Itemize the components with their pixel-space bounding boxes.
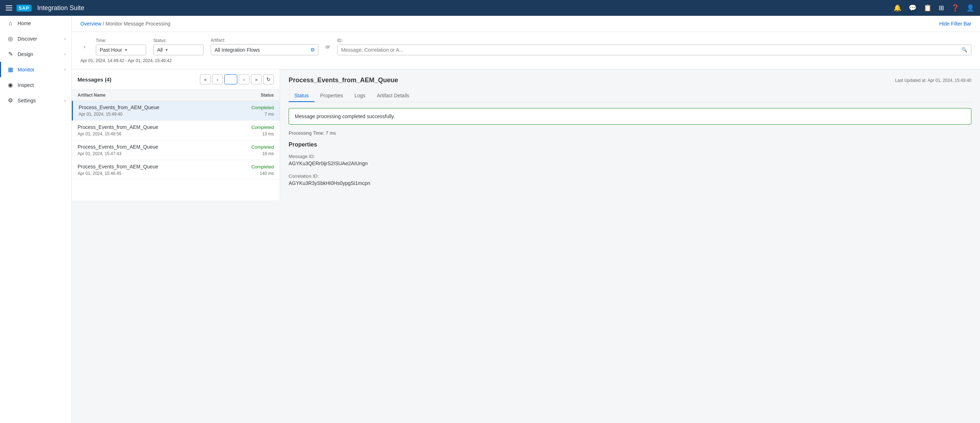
copy-icon[interactable]: ⧉ <box>311 47 315 53</box>
msg-row-top: Process_Events_from_AEM_Queue Completed <box>78 164 274 170</box>
msg-status: Completed <box>251 125 274 130</box>
next-page-button[interactable]: › <box>239 74 250 84</box>
id-search-button[interactable]: 🔍 <box>958 45 971 54</box>
msg-row-top: Process_Events_from_AEM_Queue Completed <box>78 144 274 150</box>
correlation-id-label: Correlation ID: <box>289 173 971 179</box>
table-row[interactable]: Process_Events_from_AEM_Queue Completed … <box>72 121 280 140</box>
artifact-filter-group: Artifact: All Integration Flows ⧉ <box>211 38 318 55</box>
prev-page-button[interactable]: ‹ <box>212 74 223 84</box>
msg-artifact-name: Process_Events_from_AEM_Queue <box>79 105 159 110</box>
content-area: Messages (4) « ‹ 1 › » ↻ Artifact Name S… <box>72 69 980 200</box>
artifact-filter-select[interactable]: All Integration Flows ⧉ <box>211 44 318 55</box>
processing-time-value: 7 ms <box>326 130 336 136</box>
id-input-wrap: 🔍 <box>337 45 971 55</box>
messages-panel: Messages (4) « ‹ 1 › » ↻ Artifact Name S… <box>72 69 280 200</box>
tab-artifact-details[interactable]: Artifact Details <box>371 90 415 102</box>
user-icon[interactable]: 👤 <box>966 4 974 12</box>
msg-duration: 18 ms <box>262 151 274 156</box>
artifact-filter-value: All Integration Flows <box>215 47 260 53</box>
breadcrumb-current: Monitor Message Processing <box>105 21 170 27</box>
breadcrumb: Overview / Monitor Message Processing <box>80 21 170 27</box>
message-id-value: AGYKu3QERr0ijrS2ISUAe2AIUngn <box>289 161 971 166</box>
msg-status: Completed <box>251 144 274 150</box>
id-search-input[interactable] <box>337 45 958 55</box>
settings-icon: ⚙ <box>7 97 14 104</box>
expand-filter-button[interactable]: › <box>80 41 89 53</box>
breadcrumb-separator: / <box>103 21 105 27</box>
clipboard-icon[interactable]: 📋 <box>924 4 932 12</box>
sidebar-item-monitor[interactable]: ▦ Monitor › <box>0 62 72 77</box>
tab-status[interactable]: Status <box>289 90 315 102</box>
sidebar-item-home[interactable]: ⌂ Home <box>0 16 72 31</box>
sidebar-item-settings[interactable]: ⚙ Settings › <box>0 93 72 108</box>
detail-tabs: Status Properties Logs Artifact Details <box>289 90 971 102</box>
col-status: Status <box>261 93 274 98</box>
inspect-icon: ◉ <box>7 81 14 88</box>
time-filter-select[interactable]: Past Hour ▾ <box>96 45 146 55</box>
filter-row: › Time: Past Hour ▾ Status: All ▾ <box>80 38 971 55</box>
top-nav-icons: 🔔 💬 📋 ⊞ ❓ 👤 <box>894 4 974 12</box>
last-page-button[interactable]: » <box>251 74 262 84</box>
id-filter-label: ID: <box>337 38 971 43</box>
table-row[interactable]: Process_Events_from_AEM_Queue Completed … <box>72 101 280 121</box>
chevron-right-icon: › <box>64 98 66 103</box>
breadcrumb-bar: Overview / Monitor Message Processing Hi… <box>72 16 980 32</box>
main-content: Overview / Monitor Message Processing Hi… <box>72 16 980 423</box>
sidebar-monitor-label: Monitor <box>18 67 60 73</box>
msg-artifact-name: Process_Events_from_AEM_Queue <box>78 124 158 130</box>
chat-icon[interactable]: 💬 <box>908 4 916 12</box>
breadcrumb-overview-link[interactable]: Overview <box>80 21 101 27</box>
messages-header: Messages (4) « ‹ 1 › » ↻ <box>72 69 280 90</box>
home-icon: ⌂ <box>7 20 14 27</box>
table-row[interactable]: Process_Events_from_AEM_Queue Completed … <box>72 160 280 180</box>
msg-row-bottom: Apr 01, 2024, 15:46:45 140 ms <box>78 171 274 176</box>
correlation-id-row: Correlation ID: AGYKu3R3ySbkHI0Hs0ypgSi1… <box>289 173 971 186</box>
msg-row-top: Process_Events_from_AEM_Queue Completed <box>79 105 274 110</box>
refresh-button[interactable]: ↻ <box>263 74 274 84</box>
grid-icon[interactable]: ⊞ <box>939 4 944 12</box>
top-nav: SAP Integration Suite 🔔 💬 📋 ⊞ ❓ 👤 <box>0 0 980 16</box>
sidebar-item-discover[interactable]: ◎ Discover › <box>0 31 72 46</box>
msg-status: Completed <box>251 164 274 170</box>
status-filter-group: Status: All ▾ <box>153 38 204 55</box>
app-title: Integration Suite <box>37 4 84 12</box>
msg-row-bottom: Apr 01, 2024, 15:47:43 18 ms <box>78 151 274 156</box>
sidebar-inspect-label: Inspect <box>18 82 66 88</box>
time-filter-value: Past Hour <box>100 47 122 53</box>
chevron-right-icon: › <box>64 67 66 72</box>
message-id-label: Message ID: <box>289 154 971 159</box>
processing-time: Processing Time: 7 ms <box>289 130 971 136</box>
msg-duration: 7 ms <box>264 112 274 117</box>
msg-date: Apr 01, 2024, 15:48:56 <box>78 131 121 137</box>
sidebar-home-label: Home <box>18 21 66 26</box>
chevron-down-icon: ▾ <box>125 48 127 52</box>
page-input[interactable]: 1 <box>224 74 237 84</box>
col-artifact-name: Artifact Name <box>78 93 105 98</box>
msg-duration: 13 ms <box>262 131 274 137</box>
hide-filter-button[interactable]: Hide Filter Bar <box>939 21 971 27</box>
msg-artifact-name: Process_Events_from_AEM_Queue <box>78 164 158 170</box>
hamburger-menu[interactable] <box>6 5 12 10</box>
bell-icon[interactable]: 🔔 <box>894 4 901 12</box>
sap-logo: SAP <box>16 5 32 11</box>
help-icon[interactable]: ❓ <box>951 4 959 12</box>
detail-title: Process_Events_from_AEM_Queue <box>289 76 398 84</box>
sidebar-item-inspect[interactable]: ◉ Inspect <box>0 77 72 93</box>
tab-logs[interactable]: Logs <box>349 90 371 102</box>
monitor-icon: ▦ <box>7 66 14 73</box>
detail-panel: Process_Events_from_AEM_Queue Last Updat… <box>280 69 980 200</box>
msg-date: Apr 01, 2024, 15:47:43 <box>78 151 121 156</box>
table-header: Artifact Name Status <box>72 90 280 101</box>
chevron-right-icon: › <box>64 52 66 57</box>
tab-properties[interactable]: Properties <box>315 90 349 102</box>
msg-row-top: Process_Events_from_AEM_Queue Completed <box>78 124 274 130</box>
first-page-button[interactable]: « <box>200 74 211 84</box>
status-filter-label: Status: <box>153 38 204 43</box>
date-range: Apr 01, 2024, 14:49:42 - Apr 01, 2024, 1… <box>80 58 971 63</box>
sidebar-item-design[interactable]: ✎ Design › <box>0 46 72 62</box>
sidebar-settings-label: Settings <box>18 98 60 103</box>
correlation-id-value: AGYKu3R3ySbkHI0Hs0ypgSi1mcpn <box>289 180 971 186</box>
chevron-right-icon: › <box>64 36 66 41</box>
status-filter-select[interactable]: All ▾ <box>153 45 204 55</box>
table-row[interactable]: Process_Events_from_AEM_Queue Completed … <box>72 140 280 160</box>
